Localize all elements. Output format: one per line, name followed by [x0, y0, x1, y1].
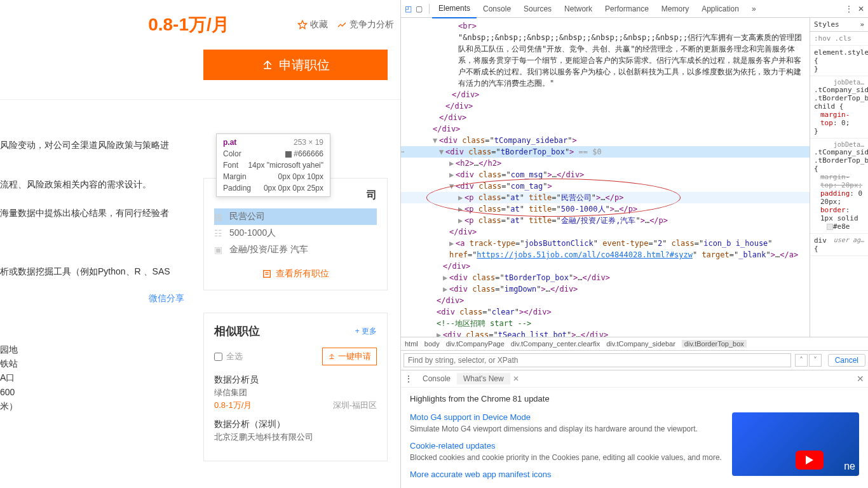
youtube-icon [796, 451, 824, 470]
tooltip-dimensions: 253 × 19 [294, 138, 323, 147]
chart-icon [337, 20, 347, 30]
list-icon [262, 269, 272, 279]
dom-p-tag-3[interactable]: ▶<p class="at" title="金融/投资/证券,汽车">…</p> [401, 215, 810, 226]
select-all-label: 全选 [226, 351, 243, 362]
tooltip-prop: Font [223, 161, 238, 170]
salary-text: 0.8-1万/月 [89, 13, 288, 37]
select-all-input[interactable] [214, 353, 222, 361]
building-icon: ▤ [214, 212, 226, 222]
compare-action[interactable]: 竞争力分析 [337, 19, 394, 30]
quick-apply-button[interactable]: 一键申请 [322, 348, 377, 365]
company-tag-type: ▤ 民营公司 [214, 208, 377, 225]
view-all-jobs-link[interactable]: 查看所有职位 [214, 268, 377, 280]
devtools-toolbar: ◰ ▢ Elements Console Sources Network Per… [401, 0, 868, 18]
tooltip-prop: Margin [223, 172, 247, 181]
tab-more-icon[interactable]: » [745, 0, 763, 18]
tab-sources[interactable]: Sources [517, 0, 558, 18]
style-rule[interactable]: jobDeta… .tCompany_sidebar .tBorderTop_b… [810, 139, 868, 234]
job-company: 北京泛鹏天地科技有限公司 [214, 431, 377, 443]
promo-image[interactable]: ne [732, 412, 859, 476]
select-all-checkbox[interactable]: 全选 [214, 351, 243, 362]
whatsnew-item-title[interactable]: More accurate web app manifest icons [410, 470, 732, 479]
quick-apply-label: 一键申请 [338, 351, 371, 362]
dom-selected-node[interactable]: ⋯▼<div class="tBorderTop_box"> == $0 [401, 146, 810, 158]
whatsnew-item-desc: Blocked cookies and cookie priority in t… [410, 453, 732, 462]
style-rule[interactable]: user ag… div { [810, 234, 868, 256]
cancel-button[interactable]: Cancel [828, 354, 865, 367]
share-link[interactable]: 微信分享 [149, 293, 184, 304]
inspector-tooltip: p.at 253 × 19 Color#666666 Font14px "mic… [216, 133, 330, 197]
styles-tab-label[interactable]: Styles [814, 20, 860, 29]
similar-job-item[interactable]: 数据分析员 绿信集团 0.8-1万/月 深圳-福田区 [214, 374, 377, 411]
upload-icon [261, 58, 274, 71]
crumb[interactable]: div.tBorderTop_box [682, 340, 747, 348]
more-tabs-icon[interactable]: » [860, 20, 864, 29]
inspect-icon[interactable]: ◰ [405, 4, 412, 13]
tab-memory[interactable]: Memory [655, 0, 695, 18]
device-icon[interactable]: ▢ [416, 4, 423, 13]
people-icon: ☷ [214, 228, 226, 238]
search-input[interactable] [403, 353, 791, 367]
job-salary: 0.8-1万/月 [214, 400, 252, 411]
search-prev-icon[interactable]: ˄ [795, 354, 808, 367]
company-tag-size-label: 500-1000人 [229, 227, 276, 239]
tooltip-val: 0px 0px 10px [278, 172, 323, 181]
drawer-menu-icon[interactable]: ⋮ [405, 374, 412, 383]
style-rule[interactable]: element.style {} [810, 46, 868, 76]
style-rule[interactable]: jobDeta… .tCompany_sidebar .tBorderTop_b… [810, 76, 868, 139]
whatsnew-item-title[interactable]: Moto G4 support in Device Mode [410, 412, 732, 422]
tab-application[interactable]: Application [695, 0, 745, 18]
search-next-icon[interactable]: ˅ [809, 354, 822, 367]
tooltip-val: 14px "microsoft yahei" [248, 161, 323, 170]
favorite-label: 收藏 [310, 19, 328, 30]
more-link[interactable]: + 更多 [355, 326, 377, 337]
company-tag-industry: ▣ 金融/投资/证券 汽车 [214, 241, 377, 258]
job-company: 绿信集团 [214, 387, 377, 398]
dom-p-tag-1[interactable]: ▶<p class="at" title="民营公司">…</p> [401, 192, 810, 203]
tab-performance[interactable]: Performance [599, 0, 655, 18]
close-drawer-icon[interactable]: ✕ [857, 374, 864, 384]
similar-jobs-box: 相似职位 + 更多 全选 一键申请 数据分析员 绿信集团 0.8-1万/月 深圳… [203, 313, 388, 461]
settings-icon[interactable]: ⋮ [845, 4, 853, 13]
tab-network[interactable]: Network [558, 0, 599, 18]
tooltip-val: #666666 [285, 149, 323, 158]
company-tag-size: ☷ 500-1000人 [214, 225, 377, 241]
tooltip-prop: Padding [223, 184, 251, 193]
whatsnew-item-desc: Simulate Moto G4 viewport dimensions and… [410, 424, 732, 433]
apply-button[interactable]: 申请职位 [203, 50, 388, 80]
tab-console[interactable]: Console [477, 0, 517, 18]
dom-p-tag-2[interactable]: ▶<p class="at" title="500-1000人">…</p> [401, 203, 810, 215]
drawer: ⋮ Console What's New ✕ ✕ Highlights from… [401, 370, 868, 488]
job-name: 数据分析员 [214, 374, 377, 386]
breadcrumb[interactable]: html body div.tCompanyPage div.tCompany_… [401, 337, 868, 350]
favorite-action[interactable]: 收藏 [297, 19, 328, 30]
job-name: 数据分析（深圳） [214, 419, 377, 430]
drawer-tab-console[interactable]: Console [416, 373, 457, 384]
crumb[interactable]: body [424, 340, 440, 348]
tooltip-selector: p.at [223, 138, 236, 147]
crumb[interactable]: div.tCompanyPage [446, 340, 505, 348]
dom-anchor-href[interactable]: https://jobs.51job.com/all/co4844028.htm… [477, 250, 693, 259]
drawer-tab-whatsnew[interactable]: What's New [457, 373, 510, 384]
upload-icon [328, 353, 336, 360]
crumb[interactable]: div.tCompany_center.clearfix [511, 340, 600, 348]
job-location: 深圳-福田区 [333, 400, 377, 411]
company-tag-type-label: 民营公司 [229, 211, 265, 222]
address-line: 园地铁站A口600米） [0, 342, 221, 414]
svg-marker-0 [298, 20, 306, 29]
close-tab-icon[interactable]: ✕ [513, 374, 519, 383]
tab-elements[interactable]: Elements [432, 0, 477, 18]
whatsnew-item-title[interactable]: Cookie-related updates [410, 441, 732, 451]
promo-text: ne [844, 461, 855, 472]
dom-tree[interactable]: <br> "&nbsp;;&nbsp;;&nbsp;;&nbsp;;&nbsp;… [401, 18, 810, 337]
cls-toggle[interactable]: .cls [835, 34, 852, 43]
compare-label: 竞争力分析 [349, 19, 394, 30]
tag-icon: ▣ [214, 245, 226, 255]
company-tag-industry-label: 金融/投资/证券 汽车 [229, 244, 308, 255]
similar-job-item[interactable]: 数据分析（深圳） 北京泛鹏天地科技有限公司 [214, 419, 377, 443]
crumb[interactable]: html [405, 340, 418, 348]
star-icon [297, 20, 308, 30]
close-icon[interactable]: ✕ [858, 4, 864, 13]
hov-toggle[interactable]: :hov [814, 34, 831, 43]
crumb[interactable]: div.tCompany_sidebar [606, 340, 675, 348]
